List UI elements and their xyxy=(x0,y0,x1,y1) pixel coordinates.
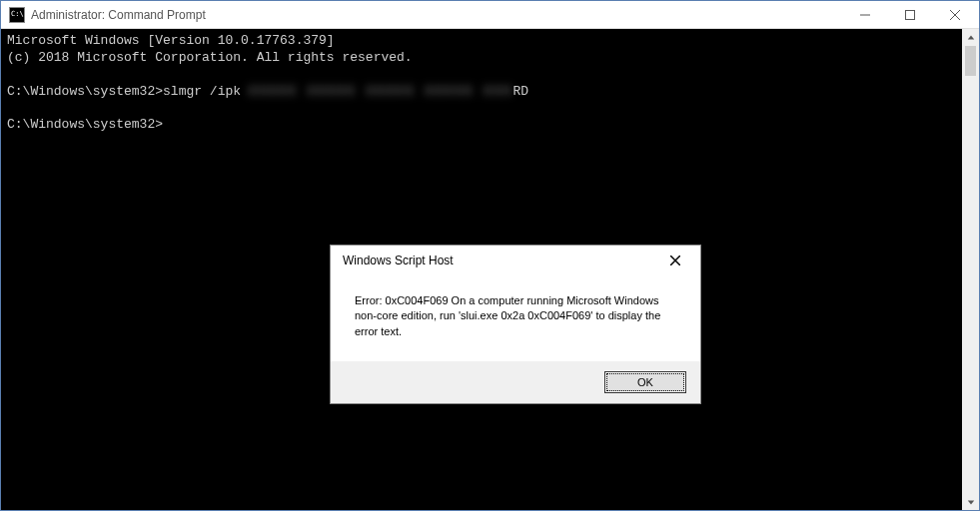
dialog-close-button[interactable] xyxy=(660,248,690,273)
dialog-body: Error: 0xC004F069 On a computer running … xyxy=(331,275,700,361)
error-dialog: Windows Script Host Error: 0xC004F069 On… xyxy=(330,245,701,404)
window-controls xyxy=(842,1,977,28)
scrollbar-track[interactable] xyxy=(962,76,979,493)
ok-button[interactable]: OK xyxy=(604,371,686,393)
redacted-key: XXXXX XXXXX XXXXX XXXXX XXX xyxy=(249,84,513,101)
scroll-up-arrow[interactable] xyxy=(962,29,979,46)
console-line: C:\Windows\system32>slmgr /ipk XXXXX XXX… xyxy=(7,84,956,101)
console-line: Microsoft Windows [Version 10.0.17763.37… xyxy=(7,33,956,50)
titlebar[interactable]: C:\ Administrator: Command Prompt xyxy=(1,1,979,29)
scrollbar-thumb[interactable] xyxy=(965,46,976,76)
cmd-icon-text: C:\ xyxy=(11,11,24,18)
dialog-title: Windows Script Host xyxy=(343,254,660,267)
dialog-titlebar[interactable]: Windows Script Host xyxy=(331,246,700,275)
dialog-footer: OK xyxy=(331,361,700,403)
console-line xyxy=(7,101,956,118)
cmd-icon: C:\ xyxy=(9,7,25,23)
close-button[interactable] xyxy=(932,1,977,28)
dialog-message: Error: 0xC004F069 On a computer running … xyxy=(355,293,676,339)
svg-rect-1 xyxy=(905,10,914,19)
scroll-down-arrow[interactable] xyxy=(962,493,979,510)
vertical-scrollbar[interactable] xyxy=(962,29,979,510)
minimize-button[interactable] xyxy=(842,1,887,28)
console-line xyxy=(7,67,956,84)
console-line: (c) 2018 Microsoft Corporation. All righ… xyxy=(7,50,956,67)
console-prompt: C:\Windows\system32> xyxy=(7,117,956,134)
command-text-suffix: RD xyxy=(512,84,528,99)
maximize-button[interactable] xyxy=(887,1,932,28)
window-title: Administrator: Command Prompt xyxy=(31,8,842,22)
command-text: C:\Windows\system32>slmgr /ipk xyxy=(7,84,249,99)
